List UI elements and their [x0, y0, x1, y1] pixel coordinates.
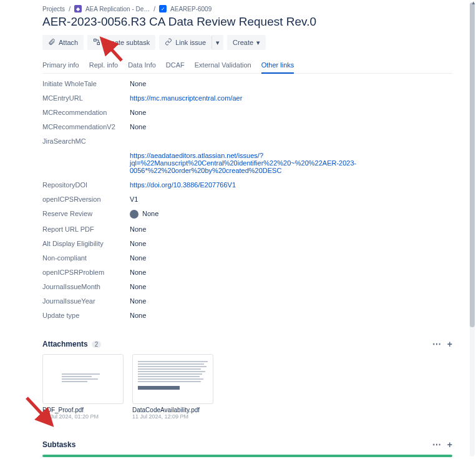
subtasks-label: Subtasks [42, 440, 75, 449]
tab-data-info[interactable]: Data Info [128, 57, 156, 73]
link-icon [165, 38, 172, 47]
subtasks-progress-bar [42, 455, 452, 457]
project-icon: ◆ [74, 5, 82, 12]
attachment-meta: 11 Jul 2024, 12:09 PM [132, 413, 213, 420]
field-value: None [130, 312, 452, 319]
field-value: None [130, 283, 452, 290]
action-bar: Attach Create subtask Link issue ▾ Creat… [42, 35, 452, 50]
link-issue-label: Link issue [175, 39, 206, 46]
issue-title: AER-2023-0056.R3 CA Data Review Request … [42, 15, 452, 29]
attachment-name: PDF_Proof.pdf [42, 407, 124, 413]
field-value: None [130, 297, 452, 305]
field-label: RepositoryDOI [42, 181, 130, 189]
create-subtask-button[interactable]: Create subtask [87, 35, 155, 50]
field-label: JournalIssueMonth [42, 283, 130, 290]
tabs: Primary infoRepl. infoData InfoDCAFExter… [42, 57, 452, 74]
chevron-down-icon: ▾ [216, 39, 220, 47]
breadcrumb-project[interactable]: AEA Replication - De… [85, 6, 150, 12]
scroll-up-icon[interactable]: ▲ [471, 0, 476, 6]
breadcrumb-projects[interactable]: Projects [42, 6, 65, 12]
subtask-icon [93, 38, 100, 47]
field-label: Initiate WholeTale [42, 80, 130, 87]
attachments-count: 2 [92, 341, 102, 348]
attach-label: Attach [59, 39, 78, 46]
attachments-label: Attachments [42, 340, 88, 348]
tab-repl-info[interactable]: Repl. info [89, 57, 118, 73]
subtasks-more-icon[interactable]: ⋯ [432, 440, 441, 450]
field-label: Alt Display Eligibility [42, 240, 130, 247]
field-label: MCRecommendation [42, 109, 130, 116]
field-value: None [130, 225, 452, 233]
field-value[interactable]: https://mc.manuscriptcentral.com/aer [130, 94, 452, 102]
attachments-more-icon[interactable]: ⋯ [432, 339, 441, 349]
field-value: None [130, 109, 452, 116]
field-label: MCEntryURL [42, 94, 130, 102]
field-label: Non-compliant [42, 254, 130, 262]
chevron-down-icon: ▾ [256, 39, 260, 47]
subtasks-header: Subtasks ⋯ + [42, 440, 452, 450]
tab-other-links[interactable]: Other links [261, 57, 294, 74]
field-label: Reserve Review [42, 210, 130, 219]
breadcrumb-issue[interactable]: AEAREP-6009 [170, 6, 211, 12]
attachment-thumbnail [132, 354, 213, 404]
field-label: Report URL PDF [42, 225, 130, 233]
field-value: None [130, 80, 452, 87]
create-label: Create [233, 39, 253, 46]
tab-primary-info[interactable]: Primary info [42, 57, 79, 73]
create-dropdown-button[interactable]: Create ▾ [227, 35, 266, 50]
svg-rect-1 [97, 42, 100, 45]
field-value: None [130, 269, 452, 276]
field-value: None [130, 254, 452, 262]
field-value: None [130, 210, 452, 219]
attachment-card[interactable]: PDF_Proof.pdf11 Jul 2024, 01:20 PM [42, 354, 124, 420]
field-value: None [130, 240, 452, 247]
fields-panel: Initiate WholeTaleNoneMCEntryURLhttps://… [42, 80, 452, 319]
link-issue-dropdown[interactable]: ▾ [211, 35, 223, 50]
link-issue-button[interactable]: Link issue [159, 35, 211, 50]
tab-external-validation[interactable]: External Validation [195, 57, 251, 73]
svg-rect-0 [94, 39, 97, 42]
attachment-card[interactable]: DataCodeAvailability.pdf11 Jul 2024, 12:… [132, 354, 213, 420]
field-label: openICPSRProblem [42, 269, 130, 276]
tab-dcaf[interactable]: DCAF [166, 57, 185, 73]
field-value[interactable]: https://aeadataeditors.atlassian.net/iss… [130, 152, 452, 174]
attach-button[interactable]: Attach [42, 35, 84, 50]
scrollbar-thumb[interactable] [470, 2, 475, 327]
issue-type-icon: ✓ [159, 5, 167, 12]
field-value: V1 [130, 195, 452, 203]
breadcrumb: Projects / ◆ AEA Replication - De… / ✓ A… [42, 5, 452, 12]
field-label: JiraSearchMC [42, 137, 130, 145]
field-label: MCRecommendationV2 [42, 123, 130, 131]
field-label: Update type [42, 312, 130, 319]
field-label: openICPSRversion [42, 195, 130, 203]
field-value[interactable]: https://doi.org/10.3886/E207766V1 [130, 181, 452, 189]
attachments-header: Attachments 2 ⋯ + [42, 339, 452, 349]
attachment-name: DataCodeAvailability.pdf [132, 407, 213, 413]
subtasks-add-icon[interactable]: + [447, 440, 452, 450]
attachment-thumbnail [42, 354, 124, 404]
attachment-meta: 11 Jul 2024, 01:20 PM [42, 413, 124, 420]
field-value: None [130, 123, 452, 131]
attachments-add-icon[interactable]: + [447, 339, 452, 349]
field-label: JournalIssueYear [42, 297, 130, 305]
attach-icon [48, 38, 56, 47]
create-subtask-label: Create subtask [104, 39, 150, 46]
